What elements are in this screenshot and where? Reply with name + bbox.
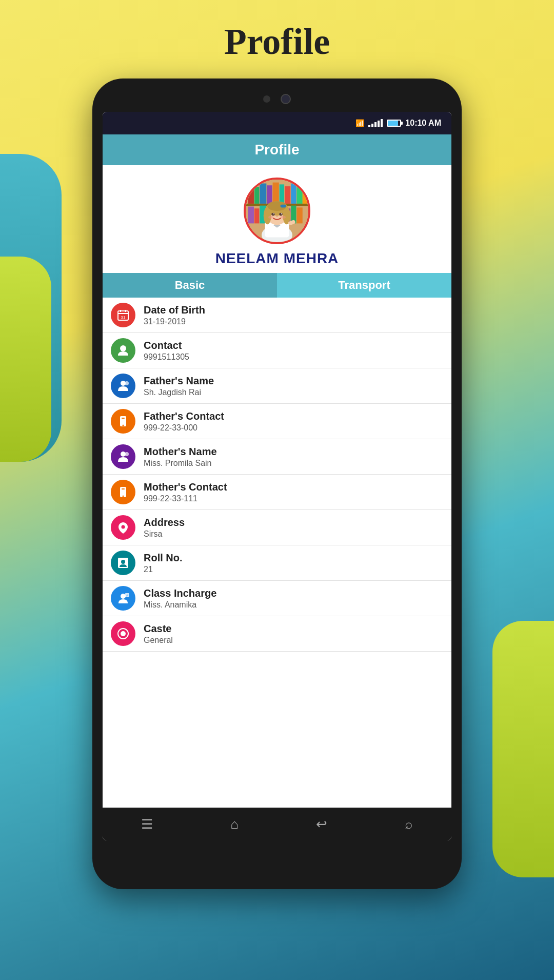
svg-rect-30 xyxy=(281,205,286,208)
svg-rect-5 xyxy=(267,185,272,204)
signal-bar-5 xyxy=(381,119,383,127)
info-value-0: 31-19-2019 xyxy=(144,317,443,326)
tab-basic[interactable]: Basic xyxy=(103,273,277,298)
roll-icon xyxy=(111,551,135,575)
avatar-image xyxy=(246,180,308,242)
svg-rect-21 xyxy=(296,207,302,223)
bg-decor-right xyxy=(492,621,554,877)
device-frame: 📶 10:10 AM Profile xyxy=(92,79,462,889)
info-item-1: Contact9991511305 xyxy=(103,333,451,368)
avatar xyxy=(244,178,310,244)
svg-point-53 xyxy=(123,496,124,497)
info-label-1: Contact xyxy=(144,340,443,351)
info-item-6: AddressSirsa xyxy=(103,510,451,545)
info-item-5: Mother's Contact999-22-33-111 xyxy=(103,475,451,510)
signal-bar-4 xyxy=(378,121,380,127)
tabs-row: Basic Transport xyxy=(103,273,451,298)
profile-header: Profile xyxy=(103,134,451,165)
svg-point-37 xyxy=(281,215,286,219)
info-text-3: Father's Contact999-22-33-000 xyxy=(144,410,443,433)
avatar-section: NEELAM MEHRA xyxy=(103,165,451,273)
calendar-icon: 31 xyxy=(111,303,135,327)
info-text-5: Mother's Contact999-22-33-111 xyxy=(144,481,443,503)
svg-point-62 xyxy=(121,631,126,636)
svg-rect-11 xyxy=(303,183,308,204)
svg-rect-49 xyxy=(122,418,125,419)
contact-icon xyxy=(111,338,135,363)
info-value-4: Miss. Promila Sain xyxy=(144,459,443,468)
svg-rect-10 xyxy=(296,185,302,204)
menu-icon[interactable]: ☰ xyxy=(141,816,153,832)
info-items-container: 31 Date of Birth31-19-2019 Contact999151… xyxy=(103,298,451,652)
svg-rect-6 xyxy=(273,183,279,204)
signal-bars xyxy=(368,119,383,127)
info-value-1: 9991511305 xyxy=(144,352,443,362)
svg-point-32 xyxy=(279,213,283,216)
info-text-0: Date of Birth31-19-2019 xyxy=(144,304,443,326)
svg-point-51 xyxy=(125,452,129,456)
info-label-9: Caste xyxy=(144,623,443,635)
svg-point-44 xyxy=(120,345,126,351)
status-bar: 📶 10:10 AM xyxy=(103,112,451,134)
incharge-icon: ✓ xyxy=(111,586,135,611)
wifi-icon: 📶 xyxy=(355,119,364,127)
info-text-7: Roll No.21 xyxy=(144,552,443,574)
info-text-6: AddressSirsa xyxy=(144,517,443,539)
svg-point-33 xyxy=(273,213,274,214)
mother-icon xyxy=(111,444,135,469)
svg-rect-2 xyxy=(248,184,254,204)
app-content: Profile xyxy=(103,134,451,808)
info-label-6: Address xyxy=(144,517,443,528)
info-item-3: Father's Contact999-22-33-000 xyxy=(103,404,451,439)
svg-point-31 xyxy=(271,213,275,216)
info-label-4: Mother's Name xyxy=(144,446,443,458)
info-label-5: Mother's Contact xyxy=(144,481,443,493)
student-name: NEELAM MEHRA xyxy=(215,250,339,267)
home-icon[interactable]: ⌂ xyxy=(230,816,239,832)
svg-rect-8 xyxy=(285,186,290,204)
svg-point-27 xyxy=(264,207,271,224)
svg-rect-3 xyxy=(254,187,259,204)
bg-decor-left2 xyxy=(0,257,51,462)
address-icon xyxy=(111,515,135,540)
info-value-5: 999-22-33-111 xyxy=(144,494,443,503)
svg-rect-54 xyxy=(122,488,125,489)
profile-header-title: Profile xyxy=(254,142,299,158)
page-title: Profile xyxy=(224,21,330,63)
info-item-4: Mother's NameMiss. Promila Sain xyxy=(103,439,451,475)
svg-point-58 xyxy=(121,594,126,599)
svg-text:✓: ✓ xyxy=(126,594,129,597)
father-icon xyxy=(111,374,135,398)
info-item-9: CasteGeneral xyxy=(103,616,451,652)
svg-rect-7 xyxy=(280,184,284,204)
info-list: 31 Date of Birth31-19-2019 Contact999151… xyxy=(103,298,451,652)
info-value-8: Miss. Anamika xyxy=(144,600,443,610)
svg-point-46 xyxy=(125,381,129,385)
signal-bar-3 xyxy=(374,122,377,127)
info-value-9: General xyxy=(144,636,443,645)
back-icon[interactable]: ↩ xyxy=(316,816,327,832)
status-time: 10:10 AM xyxy=(405,119,441,128)
svg-rect-4 xyxy=(260,184,266,204)
search-nav-icon[interactable]: ⌕ xyxy=(405,816,413,832)
info-text-9: CasteGeneral xyxy=(144,623,443,645)
father-contact-icon xyxy=(111,409,135,434)
info-value-7: 21 xyxy=(144,565,443,574)
info-value-3: 999-22-33-000 xyxy=(144,423,443,433)
info-label-7: Roll No. xyxy=(144,552,443,564)
signal-bar-1 xyxy=(368,125,370,127)
svg-point-34 xyxy=(281,213,282,214)
info-item-2: Father's NameSh. Jagdish Rai xyxy=(103,368,451,404)
info-text-4: Mother's NameMiss. Promila Sain xyxy=(144,446,443,468)
caste-icon xyxy=(111,621,135,646)
svg-text:31: 31 xyxy=(121,315,126,320)
svg-point-57 xyxy=(121,560,125,564)
tab-transport[interactable]: Transport xyxy=(277,273,451,298)
info-value-2: Sh. Jagdish Rai xyxy=(144,388,443,397)
camera-dot xyxy=(263,95,270,103)
battery-fill xyxy=(388,121,398,126)
signal-bar-2 xyxy=(371,124,373,127)
svg-point-48 xyxy=(123,425,124,426)
info-text-8: Class InchargeMiss. Anamika xyxy=(144,587,443,610)
info-item-0: 31 Date of Birth31-19-2019 xyxy=(103,298,451,333)
